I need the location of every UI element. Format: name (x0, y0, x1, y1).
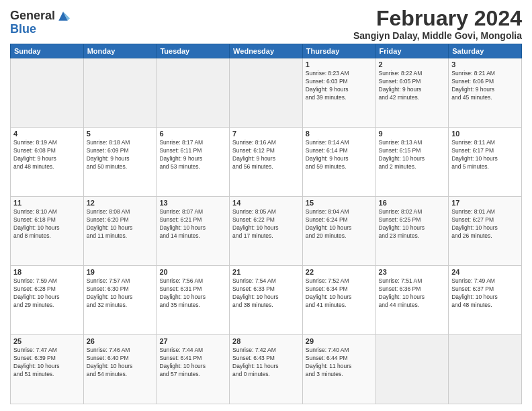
calendar-cell (157, 58, 230, 128)
col-header-sunday: Sunday (11, 44, 84, 58)
day-info: Sunrise: 7:52 AMSunset: 6:34 PMDaylight:… (306, 277, 373, 310)
day-number: 11 (13, 199, 81, 207)
day-number: 18 (13, 268, 81, 276)
day-number: 20 (159, 268, 226, 276)
day-number: 17 (451, 199, 519, 207)
calendar-table: SundayMondayTuesdayWednesdayThursdayFrid… (10, 44, 522, 404)
day-info: Sunrise: 8:10 AMSunset: 6:18 PMDaylight:… (13, 208, 81, 240)
day-info: Sunrise: 8:08 AMSunset: 6:20 PMDaylight:… (87, 208, 154, 240)
day-info: Sunrise: 8:19 AMSunset: 6:08 PMDaylight:… (13, 139, 81, 171)
day-info: Sunrise: 7:57 AMSunset: 6:30 PMDaylight:… (87, 277, 154, 310)
calendar-cell: 10Sunrise: 8:11 AMSunset: 6:17 PMDayligh… (449, 128, 522, 197)
day-number: 10 (451, 130, 519, 138)
calendar-week-4: 25Sunrise: 7:47 AMSunset: 6:39 PMDayligh… (11, 335, 522, 404)
calendar-cell: 12Sunrise: 8:08 AMSunset: 6:20 PMDayligh… (83, 197, 157, 266)
page: General Blue February 2024 Sangiyn Dalay… (0, 0, 532, 411)
day-info: Sunrise: 8:16 AMSunset: 6:12 PMDaylight:… (232, 139, 300, 171)
calendar-week-3: 18Sunrise: 7:59 AMSunset: 6:28 PMDayligh… (11, 266, 522, 335)
logo-text-blue: Blue (10, 22, 36, 36)
calendar-cell: 1Sunrise: 8:23 AMSunset: 6:03 PMDaylight… (302, 58, 375, 128)
day-info: Sunrise: 8:22 AMSunset: 6:05 PMDaylight:… (379, 70, 446, 102)
day-number: 2 (379, 60, 446, 68)
day-number: 27 (159, 337, 226, 345)
calendar-cell (83, 58, 157, 128)
day-info: Sunrise: 8:18 AMSunset: 6:09 PMDaylight:… (87, 139, 154, 171)
day-info: Sunrise: 8:13 AMSunset: 6:15 PMDaylight:… (379, 139, 446, 171)
day-number: 14 (232, 199, 300, 207)
calendar-cell: 9Sunrise: 8:13 AMSunset: 6:15 PMDaylight… (375, 128, 449, 197)
col-header-wednesday: Wednesday (230, 44, 303, 58)
day-info: Sunrise: 8:07 AMSunset: 6:21 PMDaylight:… (159, 208, 226, 240)
day-info: Sunrise: 7:42 AMSunset: 6:43 PMDaylight:… (232, 347, 300, 379)
calendar-cell: 20Sunrise: 7:56 AMSunset: 6:31 PMDayligh… (157, 266, 230, 335)
day-number: 22 (306, 268, 373, 276)
day-info: Sunrise: 8:14 AMSunset: 6:14 PMDaylight:… (306, 139, 373, 171)
day-number: 24 (451, 268, 519, 276)
day-number: 1 (306, 60, 373, 68)
calendar-cell: 16Sunrise: 8:02 AMSunset: 6:25 PMDayligh… (375, 197, 449, 266)
calendar-cell: 4Sunrise: 8:19 AMSunset: 6:08 PMDaylight… (11, 128, 84, 197)
calendar-cell: 3Sunrise: 8:21 AMSunset: 6:06 PMDaylight… (449, 58, 522, 128)
day-info: Sunrise: 7:51 AMSunset: 6:36 PMDaylight:… (379, 277, 446, 310)
col-header-thursday: Thursday (302, 44, 375, 58)
calendar-cell: 24Sunrise: 7:49 AMSunset: 6:37 PMDayligh… (449, 266, 522, 335)
day-number: 26 (87, 337, 154, 345)
day-number: 5 (87, 130, 154, 138)
day-number: 6 (159, 130, 226, 138)
day-number: 15 (306, 199, 373, 207)
day-number: 21 (232, 268, 300, 276)
day-number: 23 (379, 268, 446, 276)
calendar-cell: 27Sunrise: 7:44 AMSunset: 6:41 PMDayligh… (157, 335, 230, 404)
calendar-cell: 19Sunrise: 7:57 AMSunset: 6:30 PMDayligh… (83, 266, 157, 335)
calendar-cell: 2Sunrise: 8:22 AMSunset: 6:05 PMDaylight… (375, 58, 449, 128)
calendar-cell (230, 58, 303, 128)
day-number: 4 (13, 130, 81, 138)
calendar-cell: 15Sunrise: 8:04 AMSunset: 6:24 PMDayligh… (302, 197, 375, 266)
calendar-cell: 11Sunrise: 8:10 AMSunset: 6:18 PMDayligh… (11, 197, 84, 266)
day-info: Sunrise: 8:17 AMSunset: 6:11 PMDaylight:… (159, 139, 226, 171)
day-number: 8 (306, 130, 373, 138)
day-number: 28 (232, 337, 300, 345)
calendar-header-row: SundayMondayTuesdayWednesdayThursdayFrid… (11, 44, 522, 58)
day-info: Sunrise: 7:47 AMSunset: 6:39 PMDaylight:… (13, 347, 81, 379)
day-number: 29 (306, 337, 373, 345)
col-header-tuesday: Tuesday (157, 44, 230, 58)
calendar-cell: 17Sunrise: 8:01 AMSunset: 6:27 PMDayligh… (449, 197, 522, 266)
day-info: Sunrise: 7:54 AMSunset: 6:33 PMDaylight:… (232, 277, 300, 310)
day-info: Sunrise: 8:23 AMSunset: 6:03 PMDaylight:… (306, 70, 373, 102)
calendar-cell: 22Sunrise: 7:52 AMSunset: 6:34 PMDayligh… (302, 266, 375, 335)
calendar-cell: 29Sunrise: 7:40 AMSunset: 6:44 PMDayligh… (302, 335, 375, 404)
location-subtitle: Sangiyn Dalay, Middle Govi, Mongolia (353, 30, 522, 41)
col-header-monday: Monday (83, 44, 157, 58)
month-title: February 2024 (353, 7, 522, 30)
calendar-cell: 7Sunrise: 8:16 AMSunset: 6:12 PMDaylight… (230, 128, 303, 197)
day-number: 19 (87, 268, 154, 276)
day-number: 9 (379, 130, 446, 138)
day-info: Sunrise: 8:02 AMSunset: 6:25 PMDaylight:… (379, 208, 446, 240)
day-number: 3 (451, 60, 519, 68)
calendar-cell: 8Sunrise: 8:14 AMSunset: 6:14 PMDaylight… (302, 128, 375, 197)
day-number: 25 (13, 337, 81, 345)
calendar-cell (449, 335, 522, 404)
day-number: 16 (379, 199, 446, 207)
day-number: 12 (87, 199, 154, 207)
day-number: 7 (232, 130, 300, 138)
calendar-cell: 6Sunrise: 8:17 AMSunset: 6:11 PMDaylight… (157, 128, 230, 197)
calendar-cell: 25Sunrise: 7:47 AMSunset: 6:39 PMDayligh… (11, 335, 84, 404)
day-info: Sunrise: 8:11 AMSunset: 6:17 PMDaylight:… (451, 139, 519, 171)
calendar-cell: 13Sunrise: 8:07 AMSunset: 6:21 PMDayligh… (157, 197, 230, 266)
day-info: Sunrise: 7:49 AMSunset: 6:37 PMDaylight:… (451, 277, 519, 310)
calendar-week-2: 11Sunrise: 8:10 AMSunset: 6:18 PMDayligh… (11, 197, 522, 266)
header: General Blue February 2024 Sangiyn Dalay… (10, 7, 522, 41)
calendar-cell: 14Sunrise: 8:05 AMSunset: 6:22 PMDayligh… (230, 197, 303, 266)
day-info: Sunrise: 7:44 AMSunset: 6:41 PMDaylight:… (159, 347, 226, 379)
calendar-week-1: 4Sunrise: 8:19 AMSunset: 6:08 PMDaylight… (11, 128, 522, 197)
calendar-cell: 23Sunrise: 7:51 AMSunset: 6:36 PMDayligh… (375, 266, 449, 335)
day-info: Sunrise: 8:05 AMSunset: 6:22 PMDaylight:… (232, 208, 300, 240)
logo-text-general: General (10, 9, 55, 23)
day-info: Sunrise: 7:40 AMSunset: 6:44 PMDaylight:… (306, 347, 373, 379)
day-number: 13 (159, 199, 226, 207)
day-info: Sunrise: 8:04 AMSunset: 6:24 PMDaylight:… (306, 208, 373, 240)
calendar-cell (375, 335, 449, 404)
calendar-cell: 21Sunrise: 7:54 AMSunset: 6:33 PMDayligh… (230, 266, 303, 335)
